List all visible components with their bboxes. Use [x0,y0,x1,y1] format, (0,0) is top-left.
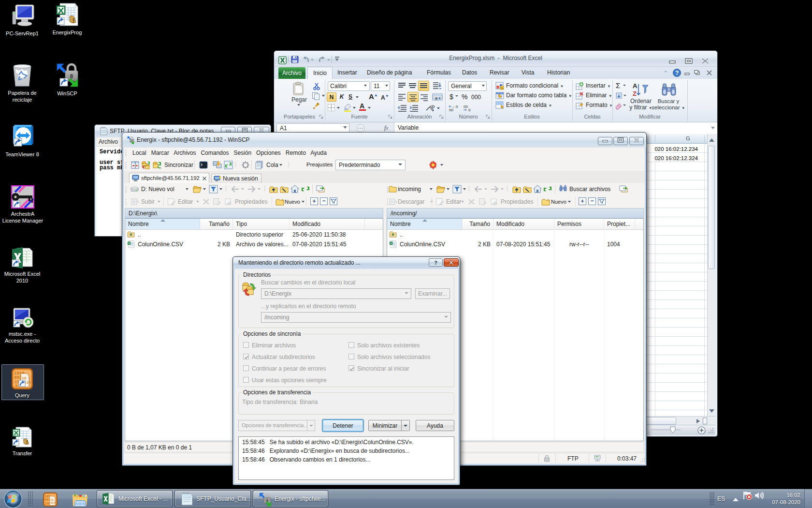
svg-text:fs: fs [501,87,504,90]
svg-text:!: ! [72,17,74,24]
svg-text:?: ? [675,70,679,76]
svg-text:!: ! [26,439,28,445]
svg-text:ab: ab [428,104,435,111]
svg-text:00: 00 [449,108,453,112]
svg-text:a: a [435,96,437,101]
svg-text:Z: Z [633,90,637,97]
svg-text:0110: 0110 [50,501,57,505]
svg-text:0: 0 [468,108,471,112]
svg-text:00: 00 [464,105,468,109]
svg-text:10: 10 [50,498,54,502]
svg-text:10: 10 [22,376,27,380]
svg-text:A: A [633,82,638,90]
